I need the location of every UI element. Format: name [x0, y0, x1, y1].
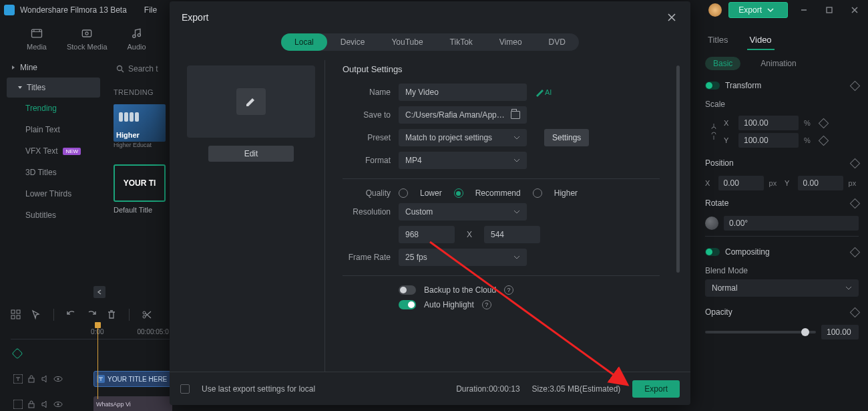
format-select[interactable]: MP4: [399, 152, 527, 169]
mode-stock-media[interactable]: Stock Media: [67, 27, 107, 51]
width-input[interactable]: 968: [399, 226, 455, 243]
subtab-animation[interactable]: Animation: [752, 57, 804, 70]
blend-select[interactable]: Normal: [705, 279, 859, 297]
eye-icon[interactable]: [53, 374, 63, 384]
ai-icon[interactable]: AI: [535, 88, 552, 97]
tab-vimeo[interactable]: Vimeo: [486, 33, 535, 51]
folder-icon[interactable]: [511, 111, 520, 119]
export-dropdown[interactable]: Export: [728, 2, 788, 18]
maximize-button[interactable]: [820, 3, 839, 17]
keyframe-icon[interactable]: [850, 198, 861, 209]
title-thumbnail[interactable]: Higher: [114, 104, 166, 142]
sidebar-item-trending[interactable]: Trending: [20, 98, 107, 119]
trash-icon[interactable]: [106, 309, 117, 320]
tab-tiktok[interactable]: TikTok: [437, 33, 486, 51]
minimize-button[interactable]: [795, 3, 813, 17]
sidebar-item-plain-text[interactable]: Plain Text: [20, 119, 107, 140]
tab-titles[interactable]: Titles: [705, 31, 731, 50]
mode-media[interactable]: Media: [27, 27, 47, 51]
framerate-select[interactable]: 25 fps: [399, 249, 527, 266]
svg-point-11: [143, 311, 146, 314]
subtab-basic[interactable]: Basic: [705, 57, 740, 70]
export-button[interactable]: Export: [632, 380, 680, 398]
preset-select[interactable]: Match to project settings: [399, 129, 527, 146]
title-clip[interactable]: YOUR TITLE HERE: [93, 371, 172, 387]
keyframe-icon[interactable]: [850, 247, 861, 257]
undo-icon[interactable]: [66, 309, 77, 320]
lock-icon[interactable]: [27, 374, 36, 384]
lock-icon[interactable]: [27, 400, 36, 409]
mode-audio[interactable]: Audio: [128, 27, 146, 51]
quality-recommend-radio[interactable]: [454, 188, 463, 198]
compositing-toggle[interactable]: [705, 248, 720, 256]
opacity-input[interactable]: 100.00: [821, 325, 859, 339]
scale-y-input[interactable]: 100.00: [738, 133, 799, 148]
quality-lower-radio[interactable]: [399, 188, 408, 198]
keyframe-icon[interactable]: [850, 80, 861, 91]
compositing-label: Compositing: [725, 247, 770, 257]
tab-youtube[interactable]: YouTube: [378, 33, 436, 51]
pos-x-input[interactable]: 0.00: [718, 176, 764, 190]
link-scale-icon[interactable]: [709, 122, 718, 141]
modal-scrollbar[interactable]: [676, 65, 680, 273]
help-icon[interactable]: ?: [504, 285, 513, 295]
svg-point-5: [138, 33, 140, 36]
link-icon[interactable]: [12, 348, 23, 360]
mute-icon[interactable]: [40, 400, 49, 409]
keyframe-icon[interactable]: [819, 135, 829, 146]
tab-local[interactable]: Local: [281, 33, 327, 51]
modal-close-button[interactable]: [665, 11, 678, 24]
opacity-slider[interactable]: [705, 331, 816, 333]
resolution-select[interactable]: Custom: [399, 203, 527, 221]
saveto-input[interactable]: C:/Users/Rafia Aman/AppData: [399, 106, 527, 124]
rotate-knob[interactable]: [705, 217, 718, 230]
grid-icon[interactable]: [11, 309, 21, 320]
rotate-input[interactable]: 0.00°: [724, 216, 859, 231]
tab-device[interactable]: Device: [327, 33, 379, 51]
svg-point-3: [85, 32, 88, 35]
sidebar-item-subtitles[interactable]: Subtitles: [20, 204, 107, 226]
collapse-sidebar[interactable]: [93, 286, 105, 298]
scale-label: Scale: [705, 100, 859, 109]
quality-higher-radio[interactable]: [533, 188, 542, 198]
playhead[interactable]: [97, 325, 98, 399]
pos-y-input[interactable]: 0.00: [798, 176, 843, 190]
sidebar-item-3d-titles[interactable]: 3D Titles: [20, 162, 107, 183]
modal-title: Export: [182, 12, 208, 23]
default-title-tile[interactable]: YOUR TI: [114, 164, 166, 202]
menu-file[interactable]: File: [144, 5, 157, 15]
sidebar-item-lower-thirds[interactable]: Lower Thirds: [20, 183, 107, 204]
new-badge: NEW: [63, 148, 81, 155]
transform-toggle[interactable]: [705, 82, 720, 90]
autohighlight-toggle[interactable]: [399, 300, 416, 309]
edit-button[interactable]: Edit: [208, 146, 294, 162]
help-icon[interactable]: ?: [482, 300, 491, 309]
keyframe-icon[interactable]: [819, 118, 829, 128]
nav-mine[interactable]: Mine: [0, 57, 107, 78]
sidebar-item-vfx-text[interactable]: VFX TextNEW: [20, 140, 107, 162]
height-input[interactable]: 544: [484, 226, 540, 243]
keyframe-icon[interactable]: [850, 307, 861, 317]
tab-video[interactable]: Video: [747, 31, 775, 50]
video-clip[interactable]: WhatsApp Vi: [93, 396, 172, 411]
avatar[interactable]: [708, 3, 722, 17]
timeline-ruler[interactable]: 0:0000:00:05:0: [11, 325, 174, 339]
close-button[interactable]: [845, 3, 864, 17]
chevron-down-icon: [845, 285, 852, 291]
mute-icon[interactable]: [40, 374, 49, 384]
tab-dvd[interactable]: DVD: [535, 33, 579, 51]
search-input[interactable]: Search t: [114, 61, 174, 76]
cursor-icon[interactable]: [31, 309, 41, 320]
keyframe-icon[interactable]: [850, 158, 861, 168]
redo-icon[interactable]: [86, 309, 97, 320]
scissors-icon[interactable]: [142, 309, 152, 320]
name-input[interactable]: My Video: [399, 84, 527, 101]
transform-label: Transform: [725, 81, 761, 90]
cloud-label: Backup to the Cloud: [424, 285, 496, 295]
nav-titles[interactable]: Titles: [7, 78, 100, 98]
eye-icon[interactable]: [53, 400, 63, 409]
scale-x-input[interactable]: 100.00: [738, 116, 799, 130]
cloud-toggle[interactable]: [399, 285, 416, 295]
uselast-checkbox[interactable]: [180, 384, 190, 394]
settings-button[interactable]: Settings: [544, 129, 589, 146]
